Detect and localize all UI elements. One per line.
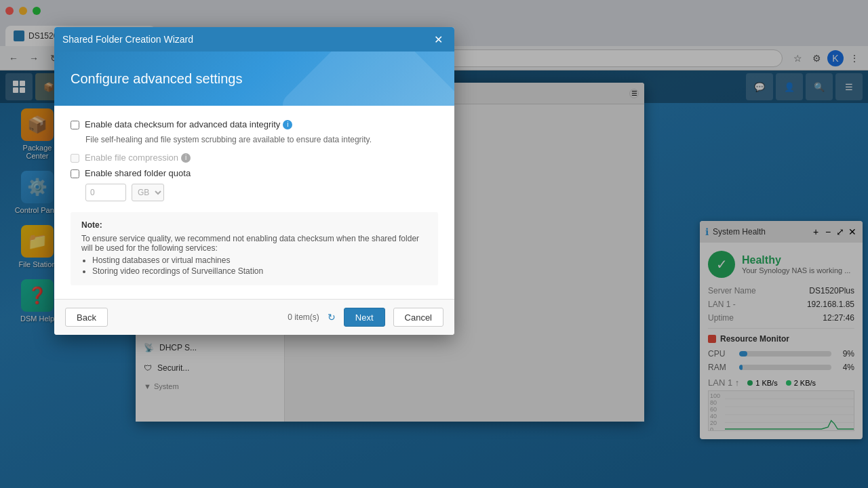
quota-checkbox[interactable]: [71, 169, 79, 178]
refresh-icon[interactable]: ↻: [328, 312, 336, 323]
data-checksum-description: File self-healing and file system scrubb…: [85, 135, 438, 144]
desktop: DS1520Plus – Synology NAS ✕ + ← → ↻ ⚠ No…: [0, 0, 868, 488]
file-compression-label: Enable file compression i: [85, 152, 191, 163]
file-compression-row: Enable file compression i: [71, 152, 438, 163]
quota-value-input[interactable]: [85, 184, 126, 201]
modal-footer: Back 0 item(s) ↻ Next Cancel: [54, 299, 454, 335]
file-compression-info-icon[interactable]: i: [181, 153, 191, 163]
modal-title: Shared Folder Creation Wizard: [62, 34, 193, 45]
modal-overlay: Shared Folder Creation Wizard ✕ Configur…: [0, 0, 868, 488]
note-list-item-1: Hosting databases or virtual machines: [92, 256, 427, 265]
footer-right: 0 item(s) ↻ Next Cancel: [288, 308, 443, 327]
note-title: Note:: [81, 220, 427, 230]
next-button[interactable]: Next: [344, 308, 385, 327]
data-checksum-checkbox[interactable]: [71, 121, 79, 129]
file-compression-checkbox[interactable]: [71, 154, 79, 163]
note-list-item-2: Storing video recordings of Surveillance…: [92, 266, 427, 276]
modal-body: Enable data checksum for advanced data i…: [54, 106, 454, 299]
data-checksum-row: Enable data checksum for advanced data i…: [71, 119, 438, 129]
footer-left: Back: [65, 308, 108, 327]
wizard-modal: Shared Folder Creation Wizard ✕ Configur…: [54, 27, 454, 335]
modal-titlebar: Shared Folder Creation Wizard ✕: [54, 27, 454, 52]
note-section: Note: To ensure service quality, we reco…: [71, 212, 438, 285]
quota-label: Enable shared folder quota: [85, 168, 191, 178]
modal-header-text: Configure advanced settings: [71, 71, 243, 87]
modal-header: Configure advanced settings: [54, 52, 454, 106]
note-text: To ensure service quality, we recommend …: [81, 234, 427, 253]
modal-close-btn[interactable]: ✕: [430, 31, 446, 47]
quota-checkbox-row: Enable shared folder quota: [71, 168, 438, 178]
cancel-button[interactable]: Cancel: [393, 308, 443, 327]
item-count: 0 item(s): [288, 312, 319, 322]
quota-input-row: GB KB MB TB: [85, 184, 438, 201]
data-checksum-label: Enable data checksum for advanced data i…: [85, 119, 292, 129]
data-checksum-info-icon[interactable]: i: [283, 120, 292, 129]
back-button[interactable]: Back: [65, 308, 108, 327]
quota-unit-select[interactable]: GB KB MB TB: [132, 184, 164, 201]
note-list: Hosting databases or virtual machines St…: [92, 256, 427, 276]
